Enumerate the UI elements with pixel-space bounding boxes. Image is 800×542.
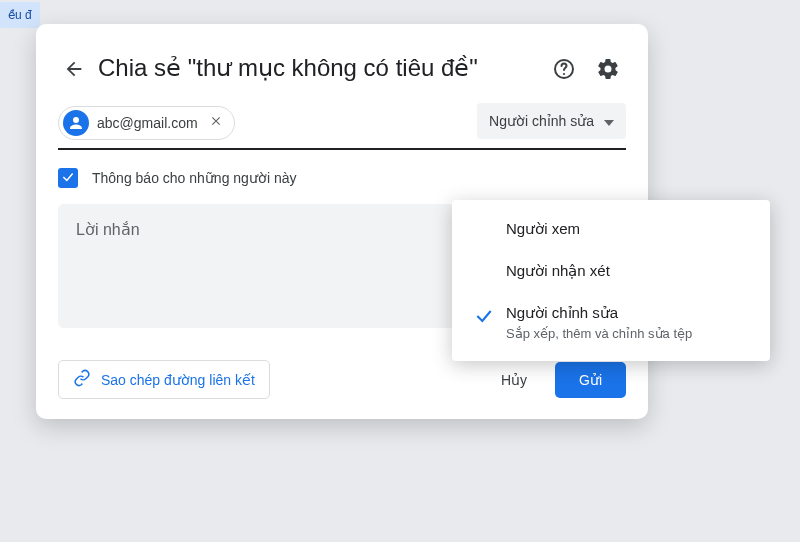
avatar-icon: [63, 110, 89, 136]
back-button[interactable]: [56, 52, 92, 88]
close-icon: [209, 114, 223, 132]
send-button[interactable]: Gửi: [555, 362, 626, 398]
copy-link-button[interactable]: Sao chép đường liên kết: [58, 360, 270, 399]
check-icon: [61, 170, 75, 187]
background-chip: ều đ: [0, 2, 40, 28]
cancel-button[interactable]: Hủy: [483, 362, 545, 398]
notify-label: Thông báo cho những người này: [92, 170, 296, 186]
chip-remove-button[interactable]: [206, 113, 226, 133]
settings-button[interactable]: [588, 50, 628, 90]
role-option-label: Người xem: [506, 220, 580, 237]
copy-link-label: Sao chép đường liên kết: [101, 372, 255, 388]
notify-checkbox[interactable]: [58, 168, 78, 188]
email-chip[interactable]: abc@gmail.com: [58, 106, 235, 140]
role-option-sub: Sắp xếp, thêm và chỉnh sửa tệp: [506, 326, 750, 341]
help-button[interactable]: [544, 50, 584, 90]
notify-row: Thông báo cho những người này: [58, 168, 626, 188]
role-option-label: Người chỉnh sửa: [506, 304, 618, 321]
gear-icon: [596, 57, 620, 84]
chevron-down-icon: [604, 113, 614, 129]
role-option-commenter[interactable]: Người nhận xét: [452, 250, 770, 292]
chip-email-text: abc@gmail.com: [97, 115, 198, 131]
svg-point-1: [563, 72, 565, 74]
role-dropdown: Người xem Người nhận xét Người chỉnh sửa…: [452, 200, 770, 361]
role-select-button[interactable]: Người chỉnh sửa: [477, 103, 626, 139]
link-icon: [73, 369, 91, 390]
role-option-viewer[interactable]: Người xem: [452, 208, 770, 250]
arrow-left-icon: [63, 58, 85, 83]
check-icon: [468, 306, 500, 326]
role-option-label: Người nhận xét: [506, 262, 610, 279]
dialog-header: Chia sẻ "thư mục không có tiêu đề": [36, 24, 648, 104]
role-option-editor[interactable]: Người chỉnh sửa Sắp xếp, thêm và chỉnh s…: [452, 292, 770, 353]
role-select-label: Người chỉnh sửa: [489, 113, 594, 129]
dialog-footer: Sao chép đường liên kết Hủy Gửi: [36, 360, 648, 399]
dialog-title: Chia sẻ "thư mục không có tiêu đề": [98, 52, 540, 84]
recipient-row[interactable]: abc@gmail.com Người chỉnh sửa: [58, 104, 626, 150]
help-icon: [552, 57, 576, 84]
